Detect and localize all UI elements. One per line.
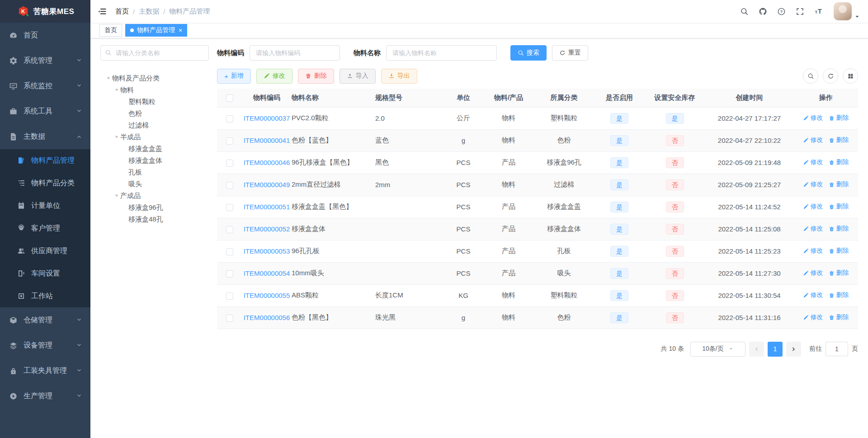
delete-button[interactable]: 删除	[298, 69, 334, 84]
sidebar-item-supplier-mgmt[interactable]: 供应商管理	[0, 240, 90, 262]
row-delete-link[interactable]: 删除	[829, 291, 849, 299]
sidebar-item-system-monitor[interactable]: 系统监控	[0, 73, 90, 99]
material-code-link[interactable]: ITEM00000054	[244, 269, 290, 277]
row-checkbox[interactable]	[226, 270, 233, 278]
row-delete-link[interactable]: 删除	[829, 269, 849, 277]
row-edit-link[interactable]: 修改	[803, 136, 823, 144]
goto-page-input[interactable]	[826, 342, 848, 356]
row-checkbox[interactable]	[226, 115, 233, 122]
show-search-button[interactable]	[803, 68, 818, 84]
material-code-link[interactable]: ITEM00000046	[244, 159, 290, 166]
help-icon[interactable]: ?	[777, 7, 786, 16]
prev-page-button[interactable]	[749, 342, 764, 357]
row-edit-link[interactable]: 修改	[803, 291, 823, 299]
row-delete-link[interactable]: 删除	[829, 158, 849, 166]
tree-expand-caret-icon[interactable]	[113, 88, 120, 93]
row-edit-link[interactable]: 修改	[803, 203, 823, 211]
sidebar-item-system-tools[interactable]: 系统工具	[0, 99, 90, 124]
tree-expand-caret-icon[interactable]	[105, 76, 112, 81]
material-code-link[interactable]: ITEM00000056	[244, 314, 290, 321]
sidebar-item-workshop-settings[interactable]: 车间设置	[0, 262, 90, 285]
sidebar-item-material-product-mgmt[interactable]: 物料产品管理	[0, 149, 90, 172]
sidebar-item-measure-unit[interactable]: 计量单位	[0, 194, 90, 217]
material-name-input[interactable]	[386, 45, 497, 61]
page-size-select[interactable]: 10条/页	[690, 342, 745, 357]
material-code-link[interactable]: ITEM00000051	[244, 203, 290, 211]
row-delete-link[interactable]: 删除	[829, 114, 849, 122]
row-edit-link[interactable]: 修改	[803, 247, 823, 255]
row-edit-link[interactable]: 修改	[803, 158, 823, 166]
import-button[interactable]: 导入	[340, 69, 376, 84]
material-code-link[interactable]: ITEM00000052	[244, 225, 290, 233]
row-checkbox[interactable]	[226, 248, 233, 255]
row-checkbox[interactable]	[226, 182, 233, 189]
next-page-button[interactable]	[786, 342, 801, 357]
user-menu[interactable]	[834, 2, 860, 20]
sidebar-item-system-mgmt[interactable]: 系统管理	[0, 48, 90, 73]
sidebar-item-master-data[interactable]: 主数据	[0, 124, 90, 149]
tree-node[interactable]: 移液盒48孔	[100, 213, 209, 225]
row-edit-link[interactable]: 修改	[803, 313, 823, 321]
material-code-link[interactable]: ITEM00000037	[244, 114, 290, 122]
sidebar-item-fixture-mgmt[interactable]: 工装夹具管理	[0, 358, 90, 383]
tag-home[interactable]: 首页	[99, 24, 122, 37]
material-code-link[interactable]: ITEM00000041	[244, 137, 290, 144]
select-all-checkbox[interactable]	[226, 94, 233, 102]
row-checkbox[interactable]	[226, 315, 233, 322]
row-checkbox[interactable]	[226, 226, 233, 233]
page-1-button[interactable]: 1	[768, 342, 783, 357]
row-edit-link[interactable]: 修改	[803, 269, 823, 277]
tree-node[interactable]: 过滤棉	[100, 119, 209, 131]
sidebar-item-equipment-mgmt[interactable]: 设备管理	[0, 333, 90, 358]
row-delete-link[interactable]: 删除	[829, 313, 849, 321]
font-size-icon[interactable]: TT	[814, 7, 823, 16]
row-checkbox[interactable]	[226, 204, 233, 211]
row-edit-link[interactable]: 修改	[803, 225, 823, 233]
tree-node[interactable]: 移液盒96孔	[100, 202, 209, 213]
github-icon[interactable]	[759, 7, 767, 16]
row-checkbox[interactable]	[226, 160, 233, 167]
tree-node[interactable]: 塑料颗粒	[100, 96, 209, 108]
user-avatar[interactable]	[834, 2, 852, 20]
row-edit-link[interactable]: 修改	[803, 114, 823, 122]
tree-node[interactable]: 物料及产品分类	[100, 72, 209, 84]
add-button[interactable]: + 新增	[217, 69, 251, 84]
tree-node[interactable]: 孔板	[100, 166, 209, 178]
row-edit-link[interactable]: 修改	[803, 180, 823, 188]
row-checkbox[interactable]	[226, 137, 233, 145]
tree-node[interactable]: 移液盒盒体	[100, 155, 209, 166]
row-delete-link[interactable]: 删除	[829, 136, 849, 144]
tag-material-product-mgmt[interactable]: 物料产品管理 ×	[125, 24, 187, 37]
app-logo[interactable]: K 苦糖果MES	[0, 0, 90, 23]
hamburger-icon[interactable]	[98, 7, 107, 16]
reset-button[interactable]: 重置	[552, 45, 588, 61]
export-button[interactable]: 导出	[381, 69, 417, 84]
columns-button[interactable]	[843, 68, 858, 84]
material-code-link[interactable]: ITEM00000049	[244, 181, 290, 188]
edit-button[interactable]: 修改	[256, 69, 292, 84]
sidebar-item-warehouse-mgmt[interactable]: 仓储管理	[0, 307, 90, 333]
sidebar-item-production-mgmt[interactable]: 生产管理	[0, 383, 90, 409]
sidebar-item-material-product-category[interactable]: 物料产品分类	[0, 172, 90, 194]
material-code-link[interactable]: ITEM00000053	[244, 247, 290, 255]
tree-expand-caret-icon[interactable]	[113, 193, 120, 198]
tree-node[interactable]: 色粉	[100, 108, 209, 119]
sidebar-item-workstation[interactable]: 工作站	[0, 285, 90, 307]
sidebar-item-home[interactable]: 首页	[0, 23, 90, 48]
tree-node[interactable]: 半成品	[100, 131, 209, 143]
sidebar-item-customer-mgmt[interactable]: 客户管理	[0, 217, 90, 240]
row-delete-link[interactable]: 删除	[829, 247, 849, 255]
tree-expand-caret-icon[interactable]	[113, 135, 120, 140]
tree-node[interactable]: 产成品	[100, 190, 209, 202]
search-button[interactable]: 搜索	[510, 45, 547, 61]
row-checkbox[interactable]	[226, 292, 233, 300]
tree-node[interactable]: 吸头	[100, 178, 209, 190]
row-delete-link[interactable]: 删除	[829, 203, 849, 211]
tree-node[interactable]: 移液盒盒盖	[100, 143, 209, 155]
material-code-input[interactable]	[250, 45, 340, 61]
search-icon[interactable]	[740, 7, 749, 16]
row-delete-link[interactable]: 删除	[829, 225, 849, 233]
breadcrumb-home[interactable]: 首页	[115, 7, 129, 16]
row-delete-link[interactable]: 删除	[829, 180, 849, 188]
refresh-button[interactable]	[823, 68, 838, 84]
